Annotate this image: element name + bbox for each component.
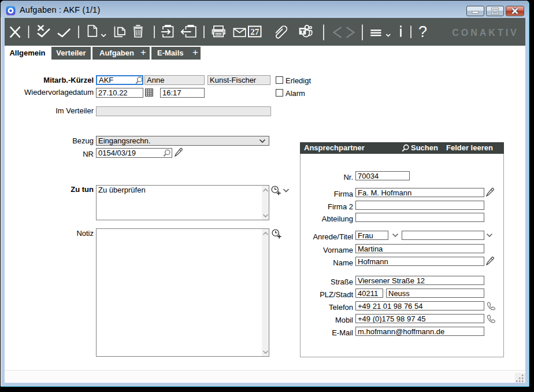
svg-text:?: ?: [418, 23, 427, 40]
svg-text:CONAKTIV: CONAKTIV: [452, 28, 519, 38]
svg-text:27: 27: [250, 27, 259, 36]
